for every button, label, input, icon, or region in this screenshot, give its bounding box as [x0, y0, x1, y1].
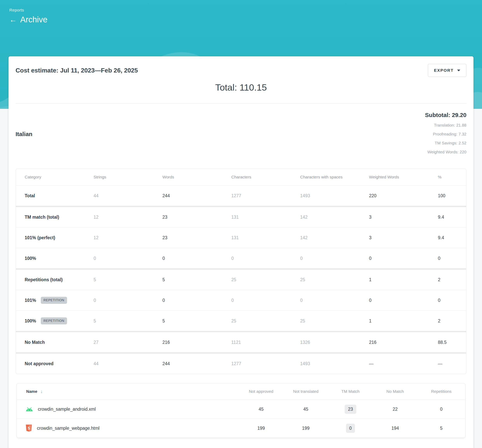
no-match-cell: 22	[373, 407, 418, 412]
table-row: 101%REPETITION000000	[16, 290, 466, 311]
value-cell: 23	[154, 235, 223, 240]
value-cell: 1	[360, 318, 429, 324]
value-cell: 12	[85, 235, 154, 240]
subtotal-detail-proofreading: Proofreading: 7.32	[425, 130, 466, 139]
column-header: Weighted Words	[360, 175, 429, 179]
grand-total: Total: 110.15	[16, 82, 466, 93]
category-label: No Match	[25, 340, 45, 345]
column-header: Not approved	[239, 389, 284, 394]
value-cell: 0	[429, 256, 466, 261]
subtotal-block: Subtotal: 29.20 Translation: 21.88 Proof…	[425, 112, 466, 156]
tm-match-badge: 0	[346, 424, 355, 433]
value-cell: —	[429, 361, 466, 366]
column-header: Category	[16, 175, 85, 179]
value-cell: 9.4	[429, 215, 466, 220]
column-header-name[interactable]: Name↓	[17, 389, 239, 394]
value-cell: 3	[360, 215, 429, 220]
category-cell: 101% (perfect)	[16, 235, 85, 240]
table-row[interactable]: 5crowdin_sample_webpage.html19919901945	[17, 419, 465, 438]
table-row: No Match272161121132621688.5	[16, 332, 466, 353]
language-name: Italian	[16, 131, 32, 137]
column-header: Words	[154, 175, 223, 179]
repetition-badge: REPETITION	[41, 297, 67, 304]
value-cell: 25	[223, 318, 292, 324]
category-cell: 100%REPETITION	[16, 317, 85, 324]
subtotal-detail-weighted-words: Weighted Words: 220	[425, 148, 466, 156]
value-cell: 131	[223, 215, 292, 220]
value-cell: 244	[154, 193, 223, 199]
back-arrow-icon[interactable]: ←	[9, 16, 17, 23]
column-header: Repetitions	[418, 389, 465, 394]
category-label: 101% (perfect)	[25, 235, 55, 240]
value-cell: 25	[223, 277, 292, 282]
files-table-header: Name↓Not approvedNot translatedTM MatchN…	[17, 384, 465, 400]
value-cell: 0	[223, 298, 292, 303]
table-row: Total4424412771493220100	[16, 186, 466, 207]
value-cell: 1493	[292, 193, 360, 199]
column-header: Strings	[85, 175, 154, 179]
value-cell: 216	[360, 340, 429, 345]
value-cell: 1493	[292, 361, 360, 366]
value-cell: 5	[154, 318, 223, 324]
report-card: Cost estimate: Jul 11, 2023—Feb 26, 2025…	[8, 56, 474, 448]
column-header: Characters with spaces	[292, 175, 360, 179]
table-row: Not approved4424412771493——	[16, 353, 466, 374]
value-cell: 1	[360, 277, 429, 282]
android-file-icon	[25, 407, 33, 412]
value-cell: —	[360, 361, 429, 366]
files-table: Name↓Not approvedNot translatedTM MatchN…	[16, 383, 466, 438]
svg-text:5: 5	[28, 426, 30, 430]
table-row: 100%000000	[16, 248, 466, 270]
breadcrumb: Reports	[9, 8, 482, 12]
category-label: TM match (total)	[25, 215, 59, 220]
arrow-down-icon: ↓	[40, 389, 43, 394]
file-name-label: crowdin_sample_webpage.html	[37, 426, 99, 431]
column-header: TM Match	[328, 389, 373, 394]
value-cell: 142	[292, 215, 360, 220]
value-cell: 100	[429, 193, 466, 199]
column-header: Not translated	[284, 389, 328, 394]
value-cell: 1277	[223, 361, 292, 366]
column-header: %	[429, 175, 466, 179]
value-cell: 1277	[223, 193, 292, 199]
category-cell: 101%REPETITION	[16, 297, 85, 304]
file-name-cell[interactable]: 5crowdin_sample_webpage.html	[17, 424, 239, 432]
file-name-cell[interactable]: crowdin_sample_android.xml	[17, 407, 239, 412]
value-cell: 9.4	[429, 235, 466, 240]
table-row[interactable]: crowdin_sample_android.xml454523220	[17, 400, 465, 419]
name-header-label: Name	[26, 389, 37, 394]
value-cell: 5	[85, 277, 154, 282]
tm-match-cell: 0	[328, 424, 373, 433]
value-cell: 0	[292, 256, 360, 261]
subtotal-detail-tm-savings: TM Savings: 2.52	[425, 139, 466, 148]
value-cell: 0	[154, 298, 223, 303]
value-cell: 44	[85, 361, 154, 366]
divider	[16, 103, 466, 104]
tm-match-badge: 23	[345, 405, 356, 414]
category-cell: Repetitions (total)	[16, 277, 85, 282]
value-cell: 2	[429, 318, 466, 324]
category-cell: Total	[16, 193, 85, 199]
file-name-label: crowdin_sample_android.xml	[38, 407, 96, 412]
value-cell: 5	[154, 277, 223, 282]
value-cell: 25	[292, 277, 360, 282]
repetitions-cell: 0	[418, 407, 465, 412]
category-table: CategoryStringsWordsCharactersCharacters…	[16, 168, 466, 374]
value-cell: 5	[85, 318, 154, 324]
table-row: 101% (perfect)122313114239.4	[16, 228, 466, 248]
category-label: Not approved	[25, 361, 53, 366]
report-title: Cost estimate: Jul 11, 2023—Feb 26, 2025	[16, 67, 138, 74]
language-section: Italian Subtotal: 29.20 Translation: 21.…	[16, 112, 466, 156]
repetitions-cell: 5	[418, 426, 465, 431]
value-cell: 0	[85, 256, 154, 261]
value-cell: 244	[154, 361, 223, 366]
column-header: No Match	[373, 389, 418, 394]
value-cell: 3	[360, 235, 429, 240]
export-button[interactable]: EXPORT	[428, 64, 466, 77]
category-cell: No Match	[16, 340, 85, 345]
table-row: 100%REPETITION55252512	[16, 311, 466, 332]
value-cell: 220	[360, 193, 429, 199]
value-cell: 0	[223, 256, 292, 261]
page-title: Archive	[20, 16, 47, 24]
value-cell: 0	[360, 298, 429, 303]
